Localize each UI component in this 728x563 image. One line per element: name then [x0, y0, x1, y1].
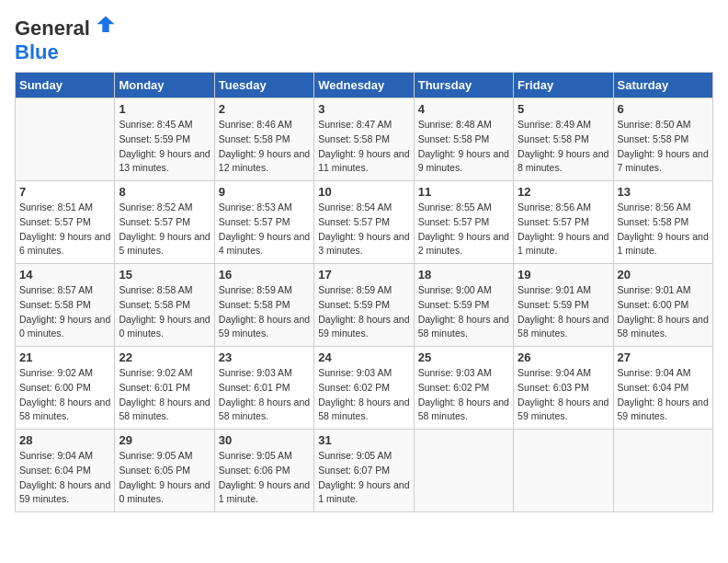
sunset: Sunset: 5:58 PM — [19, 298, 110, 313]
sunrise: Sunrise: 8:53 AM — [219, 201, 310, 215]
calendar-cell: 22 Sunrise: 9:02 AM Sunset: 6:01 PM Dayl… — [115, 347, 214, 430]
calendar-cell: 4 Sunrise: 8:48 AM Sunset: 5:58 PM Dayli… — [414, 98, 513, 181]
calendar-cell: 5 Sunrise: 8:49 AM Sunset: 5:58 PM Dayli… — [514, 98, 613, 181]
calendar-cell: 23 Sunrise: 9:03 AM Sunset: 6:01 PM Dayl… — [214, 347, 313, 430]
daylight: Daylight: 9 hours and 0 minutes. — [119, 313, 210, 342]
daylight: Daylight: 9 hours and 5 minutes. — [119, 230, 210, 259]
sunrise: Sunrise: 8:50 AM — [618, 118, 709, 132]
day-number: 12 — [518, 185, 609, 199]
day-number: 24 — [318, 350, 409, 364]
sunrise: Sunrise: 9:05 AM — [119, 449, 210, 464]
sunrise: Sunrise: 8:47 AM — [318, 118, 409, 132]
daylight: Daylight: 9 hours and 7 minutes. — [618, 147, 709, 177]
weekday-header: Tuesday — [214, 73, 313, 98]
sunset: Sunset: 6:07 PM — [318, 464, 409, 478]
day-number: 25 — [418, 350, 509, 364]
calendar-cell: 7 Sunrise: 8:51 AM Sunset: 5:57 PM Dayli… — [16, 181, 115, 264]
daylight: Daylight: 9 hours and 3 minutes. — [318, 230, 409, 259]
sunrise: Sunrise: 9:04 AM — [618, 366, 709, 381]
daylight: Daylight: 8 hours and 59 minutes. — [219, 313, 310, 342]
sunset: Sunset: 5:58 PM — [219, 298, 310, 313]
day-info: Sunrise: 8:51 AM Sunset: 5:57 PM Dayligh… — [19, 201, 110, 259]
day-info: Sunrise: 9:01 AM Sunset: 5:59 PM Dayligh… — [518, 283, 609, 341]
day-number: 6 — [618, 102, 709, 116]
calendar-cell: 3 Sunrise: 8:47 AM Sunset: 5:58 PM Dayli… — [314, 98, 414, 181]
sunset: Sunset: 5:57 PM — [418, 215, 509, 230]
calendar-week-row: 7 Sunrise: 8:51 AM Sunset: 5:57 PM Dayli… — [16, 181, 713, 264]
day-info: Sunrise: 9:02 AM Sunset: 6:00 PM Dayligh… — [19, 366, 110, 424]
sunrise: Sunrise: 9:02 AM — [119, 366, 210, 381]
logo-bird-icon — [96, 15, 116, 39]
sunrise: Sunrise: 8:58 AM — [119, 283, 210, 298]
day-info: Sunrise: 9:03 AM Sunset: 6:01 PM Dayligh… — [219, 366, 310, 424]
calendar-cell: 10 Sunrise: 8:54 AM Sunset: 5:57 PM Dayl… — [314, 181, 414, 264]
sunrise: Sunrise: 8:59 AM — [318, 283, 409, 298]
daylight: Daylight: 9 hours and 1 minute. — [618, 230, 709, 259]
calendar-cell: 9 Sunrise: 8:53 AM Sunset: 5:57 PM Dayli… — [214, 181, 313, 264]
calendar-cell: 11 Sunrise: 8:55 AM Sunset: 5:57 PM Dayl… — [414, 181, 513, 264]
day-info: Sunrise: 8:59 AM Sunset: 5:59 PM Dayligh… — [318, 283, 409, 341]
calendar-cell: 2 Sunrise: 8:46 AM Sunset: 5:58 PM Dayli… — [214, 98, 313, 181]
day-number: 8 — [119, 185, 210, 199]
sunset: Sunset: 6:06 PM — [219, 464, 310, 478]
day-number: 20 — [618, 268, 709, 282]
calendar-cell: 12 Sunrise: 8:56 AM Sunset: 5:57 PM Dayl… — [514, 181, 613, 264]
day-number: 10 — [318, 185, 409, 199]
calendar-cell: 18 Sunrise: 9:00 AM Sunset: 5:59 PM Dayl… — [414, 264, 513, 347]
day-info: Sunrise: 9:03 AM Sunset: 6:02 PM Dayligh… — [318, 366, 409, 424]
day-number: 5 — [518, 102, 609, 116]
weekday-header: Thursday — [414, 73, 513, 98]
weekday-header: Monday — [115, 73, 214, 98]
day-number: 29 — [119, 433, 210, 447]
sunset: Sunset: 5:57 PM — [518, 215, 609, 230]
daylight: Daylight: 8 hours and 58 minutes. — [418, 313, 509, 342]
calendar-cell: 28 Sunrise: 9:04 AM Sunset: 6:04 PM Dayl… — [16, 430, 115, 512]
daylight: Daylight: 8 hours and 58 minutes. — [518, 313, 609, 342]
sunrise: Sunrise: 9:05 AM — [318, 449, 409, 464]
sunrise: Sunrise: 8:49 AM — [518, 118, 609, 132]
sunset: Sunset: 5:58 PM — [618, 132, 709, 147]
sunset: Sunset: 5:57 PM — [318, 215, 409, 230]
weekday-header: Sunday — [16, 73, 115, 98]
day-info: Sunrise: 8:55 AM Sunset: 5:57 PM Dayligh… — [418, 201, 509, 259]
calendar-cell: 26 Sunrise: 9:04 AM Sunset: 6:03 PM Dayl… — [514, 347, 613, 430]
day-number: 23 — [219, 350, 310, 364]
page-header: General Blue — [15, 15, 713, 64]
sunset: Sunset: 5:58 PM — [318, 132, 409, 147]
sunrise: Sunrise: 9:03 AM — [219, 366, 310, 381]
day-info: Sunrise: 8:49 AM Sunset: 5:58 PM Dayligh… — [518, 118, 609, 176]
sunrise: Sunrise: 8:52 AM — [119, 201, 210, 215]
day-info: Sunrise: 9:02 AM Sunset: 6:01 PM Dayligh… — [119, 366, 210, 424]
sunset: Sunset: 6:02 PM — [318, 381, 409, 396]
logo-blue: Blue — [15, 40, 59, 63]
calendar-body: 1 Sunrise: 8:45 AM Sunset: 5:59 PM Dayli… — [16, 98, 713, 512]
sunrise: Sunrise: 9:01 AM — [618, 283, 709, 298]
sunrise: Sunrise: 9:00 AM — [418, 283, 509, 298]
sunrise: Sunrise: 8:55 AM — [418, 201, 509, 215]
daylight: Daylight: 9 hours and 1 minute. — [318, 478, 409, 508]
sunset: Sunset: 6:01 PM — [219, 381, 310, 396]
day-number: 21 — [19, 350, 110, 364]
daylight: Daylight: 8 hours and 58 minutes. — [318, 396, 409, 425]
day-number: 26 — [518, 350, 609, 364]
day-number: 13 — [618, 185, 709, 199]
day-info: Sunrise: 8:50 AM Sunset: 5:58 PM Dayligh… — [618, 118, 709, 176]
day-info: Sunrise: 8:47 AM Sunset: 5:58 PM Dayligh… — [318, 118, 409, 176]
sunrise: Sunrise: 9:02 AM — [19, 366, 110, 381]
sunset: Sunset: 6:04 PM — [19, 464, 110, 478]
sunset: Sunset: 5:59 PM — [518, 298, 609, 313]
sunset: Sunset: 5:57 PM — [119, 215, 210, 230]
day-info: Sunrise: 8:45 AM Sunset: 5:59 PM Dayligh… — [119, 118, 210, 176]
calendar-cell: 8 Sunrise: 8:52 AM Sunset: 5:57 PM Dayli… — [115, 181, 214, 264]
sunrise: Sunrise: 9:04 AM — [518, 366, 609, 381]
day-info: Sunrise: 9:04 AM Sunset: 6:03 PM Dayligh… — [518, 366, 609, 424]
calendar-week-row: 14 Sunrise: 8:57 AM Sunset: 5:58 PM Dayl… — [16, 264, 713, 347]
day-number: 14 — [19, 268, 110, 282]
sunrise: Sunrise: 8:56 AM — [518, 201, 609, 215]
calendar-cell: 19 Sunrise: 9:01 AM Sunset: 5:59 PM Dayl… — [514, 264, 613, 347]
day-info: Sunrise: 8:56 AM Sunset: 5:58 PM Dayligh… — [618, 201, 709, 259]
calendar-cell: 17 Sunrise: 8:59 AM Sunset: 5:59 PM Dayl… — [314, 264, 414, 347]
sunrise: Sunrise: 9:01 AM — [518, 283, 609, 298]
calendar-table: SundayMondayTuesdayWednesdayThursdayFrid… — [15, 72, 713, 512]
sunset: Sunset: 5:59 PM — [418, 298, 509, 313]
